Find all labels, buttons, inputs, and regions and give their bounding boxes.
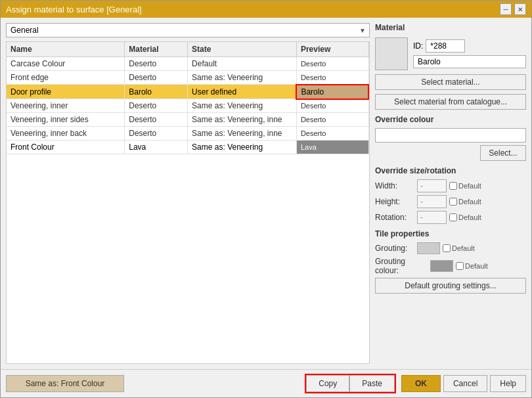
material-info: ID: *288 Barolo [413,39,526,68]
grouting-colour-box [430,260,453,272]
ok-button[interactable]: OK [401,375,441,392]
grouting-default-check[interactable] [443,244,451,252]
cell-state: Same as: Veneering [188,99,297,113]
height-input[interactable] [417,195,447,208]
title-bar-controls: ─ ✕ [500,3,526,15]
height-default-check[interactable] [449,198,457,206]
copy-button[interactable]: Copy [306,375,349,392]
dropdown-row: General ▼ [6,23,370,37]
rotation-default-label: Default [458,213,481,221]
override-colour-title: Override colour [375,115,526,124]
help-button[interactable]: Help [490,375,526,392]
material-preview-row: ID: *288 Barolo [375,37,526,70]
height-label: Height: [375,197,414,206]
grouting-colour-label: Grouting colour: [375,257,428,275]
cell-material: Deserto [125,57,188,71]
material-name: Barolo [413,55,526,68]
cell-state: Same as: Veneering [188,71,297,85]
cell-state: Same as: Veneering, inne [188,127,297,141]
table-row[interactable]: Carcase Colour Deserto Default Deserto [7,57,368,71]
table-header-row: Name Material State Preview [7,42,368,57]
override-size-title: Override size/rotation [375,166,526,175]
id-value: *288 [426,39,465,53]
width-input[interactable] [417,179,447,192]
cell-material: Deserto [125,71,188,85]
col-header-state: State [188,42,297,57]
cell-state: Same as: Veneering, inne [188,113,297,127]
right-panel: Material ID: *288 Barolo Select material… [375,23,526,364]
cell-material: Barolo [125,85,188,99]
table-row[interactable]: Door profile Barolo User defined Barolo [7,85,368,99]
width-default-label: Default [458,182,481,190]
table-row[interactable]: Front Colour Lava Same as: Veneering Lav… [7,141,368,154]
cell-name: Veneering, inner [7,99,125,113]
material-section-title: Material [375,23,526,32]
material-thumbnail [375,37,408,70]
rotation-default-checkbox: Default [449,213,481,221]
rotation-row: Rotation: Default [375,211,526,224]
width-default-check[interactable] [449,182,457,190]
cell-name: Front edge [7,71,125,85]
id-label: ID: [413,41,423,51]
tile-properties-title: Tile properties [375,229,526,238]
select-catalogue-button[interactable]: Select material from catalogue... [375,94,526,110]
grouting-default-checkbox: Default [443,244,475,252]
bottom-right: OK Cancel Help [401,375,526,392]
grouting-colour-default-check[interactable] [456,262,464,270]
bottom-bar: Same as: Front Colour Copy Paste OK Canc… [1,369,531,397]
override-size-section: Override size/rotation Width: Default He… [375,166,526,224]
id-row: ID: *288 [413,39,526,53]
cell-preview: Lava [296,141,368,154]
close-button[interactable]: ✕ [514,3,526,15]
grouting-color-box [417,242,440,254]
cell-name: Door profile [7,85,125,99]
cell-state: Default [188,57,297,71]
same-as-button[interactable]: Same as: Front Colour [6,375,124,392]
dropdown-wrapper: General ▼ [6,23,370,37]
cell-preview: Deserto [296,127,368,141]
cell-name: Front Colour [7,141,125,154]
grouting-label: Grouting: [375,244,414,253]
window-title: Assign material to surface [General] [6,5,142,14]
col-header-name: Name [7,42,125,57]
select-material-button[interactable]: Select material... [375,74,526,90]
rotation-input[interactable] [417,211,447,224]
cancel-button[interactable]: Cancel [443,375,487,392]
cell-preview: Deserto [296,99,368,113]
cell-preview: Deserto [296,57,368,71]
cell-preview: Deserto [296,71,368,85]
override-colour-select-button[interactable]: Select... [480,145,526,161]
window-content: General ▼ Name Material State Preview [1,18,531,369]
tile-properties-section: Tile properties Grouting: Default Grouti… [375,229,526,294]
main-window: Assign material to surface [General] ─ ✕… [0,0,532,398]
cell-preview: Barolo [296,85,368,99]
bottom-left: Same as: Front Colour [6,375,305,392]
default-grouting-settings-button[interactable]: Default grouting settings... [375,278,526,294]
height-default-checkbox: Default [449,198,481,206]
override-colour-box [375,128,526,143]
table-row[interactable]: Veneering, inner back Deserto Same as: V… [7,127,368,141]
table-row[interactable]: Veneering, inner sides Deserto Same as: … [7,113,368,127]
paste-button[interactable]: Paste [349,375,395,392]
title-bar: Assign material to surface [General] ─ ✕ [1,1,531,18]
cell-preview: Deserto [296,113,368,127]
grouting-colour-default-checkbox: Default [456,262,488,270]
material-section: Material ID: *288 Barolo Select material… [375,23,526,110]
left-panel: General ▼ Name Material State Preview [6,23,370,364]
cell-state: Same as: Veneering [188,141,297,154]
rotation-default-check[interactable] [449,213,457,221]
cell-name: Carcase Colour [7,57,125,71]
cell-state: User defined [188,85,297,99]
surface-dropdown[interactable]: General [6,23,370,37]
grouting-colour-row: Grouting colour: Default [375,257,526,275]
table-row[interactable]: Front edge Deserto Same as: Veneering De… [7,71,368,85]
table-row[interactable]: Veneering, inner Deserto Same as: Veneer… [7,99,368,113]
cell-material: Deserto [125,113,188,127]
minimize-button[interactable]: ─ [500,3,512,15]
materials-table-container: Name Material State Preview Carcase Colo… [6,41,370,364]
cell-name: Veneering, inner back [7,127,125,141]
cell-name: Veneering, inner sides [7,113,125,127]
width-default-checkbox: Default [449,182,481,190]
height-default-label: Default [458,198,481,206]
width-row: Width: Default [375,179,526,192]
